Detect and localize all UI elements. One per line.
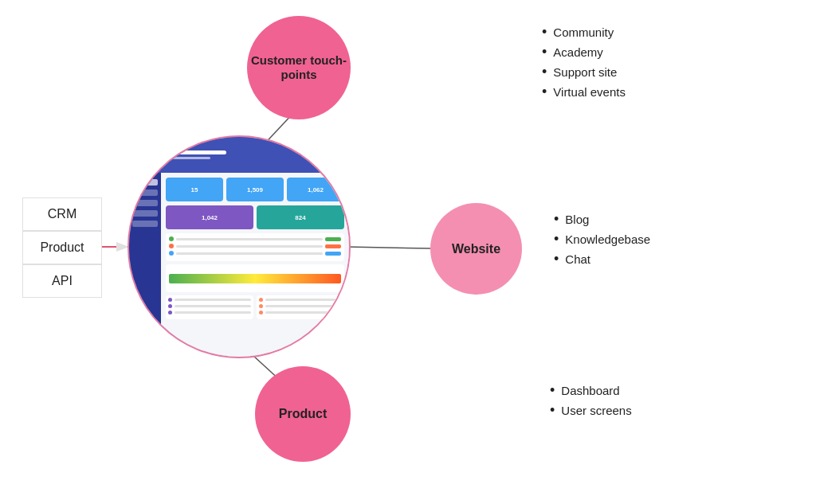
dash-sidebar xyxy=(129,173,161,357)
dash-timeline xyxy=(166,233,344,261)
connectors-svg xyxy=(0,0,816,504)
dash-header xyxy=(129,137,349,173)
bullet-text-support-site: Support site xyxy=(553,65,617,79)
bullet-item-academy: Academy xyxy=(542,44,626,61)
dash-cards-row: 15 1,509 1,062 xyxy=(166,178,344,201)
bullet-text-user-screens: User screens xyxy=(561,404,631,417)
dash-dots xyxy=(316,153,343,158)
left-box-crm-label: CRM xyxy=(48,207,76,221)
bullet-text-knowledgebase: Knowledgebase xyxy=(565,232,650,246)
left-boxes-container: CRM Product API xyxy=(22,197,102,298)
dash-title xyxy=(163,150,312,159)
dashboard-mockup: 15 1,509 1,062 1,042 xyxy=(129,137,349,357)
bullet-text-community: Community xyxy=(553,25,614,39)
bubble-bot-label: Product xyxy=(279,407,327,421)
left-box-api: API xyxy=(22,264,102,298)
dash-card-5: 824 xyxy=(257,205,344,229)
bullet-item-support-site: Support site xyxy=(542,64,626,80)
dash-body: 15 1,509 1,062 1,042 xyxy=(129,173,349,357)
dash-card-4: 1,042 xyxy=(166,205,253,229)
dash-heatmap xyxy=(166,264,344,292)
left-box-crm: CRM xyxy=(22,197,102,231)
left-box-api-label: API xyxy=(52,274,73,288)
bullet-item-chat: Chat xyxy=(554,251,650,268)
dash-avatar xyxy=(135,144,158,166)
bullet-list-product: Dashboard User screens xyxy=(550,382,632,422)
central-dashboard-circle: 15 1,509 1,062 1,042 xyxy=(128,135,351,358)
bullet-item-community: Community xyxy=(542,24,626,41)
bullet-text-academy: Academy xyxy=(553,45,603,59)
bubble-product: Product xyxy=(255,366,351,462)
bubble-customer-touchpoints: Customer touch-points xyxy=(247,16,351,119)
dash-list-1 xyxy=(166,295,253,319)
bullet-text-virtual-events: Virtual events xyxy=(553,85,626,99)
dash-card-2: 1,509 xyxy=(226,178,284,201)
bullet-item-virtual-events: Virtual events xyxy=(542,84,626,100)
left-box-product-label: Product xyxy=(40,240,84,255)
bubble-website: Website xyxy=(430,203,522,295)
left-box-product: Product xyxy=(22,231,102,264)
bullet-text-chat: Chat xyxy=(565,252,590,266)
bullet-text-blog: Blog xyxy=(565,213,589,226)
bullet-item-blog: Blog xyxy=(554,211,650,228)
bullet-item-user-screens: User screens xyxy=(550,402,632,419)
dash-main-content: 15 1,509 1,062 1,042 xyxy=(161,173,349,357)
bubble-top-label: Customer touch-points xyxy=(247,53,351,82)
dash-cards-row2: 1,042 824 xyxy=(166,205,344,229)
dash-list-2 xyxy=(257,295,344,319)
bubble-mid-label: Website xyxy=(452,242,500,256)
diagram-canvas: CRM Product API xyxy=(0,0,816,504)
bullet-item-knowledgebase: Knowledgebase xyxy=(554,231,650,248)
bullet-item-dashboard: Dashboard xyxy=(550,382,632,399)
bullet-list-touchpoints: Community Academy Support site Virtual e… xyxy=(542,24,626,104)
dash-card-1: 15 xyxy=(166,178,223,201)
dash-card-3: 1,062 xyxy=(287,178,344,201)
bullet-list-website: Blog Knowledgebase Chat xyxy=(554,211,650,271)
bullet-text-dashboard: Dashboard xyxy=(561,384,619,397)
center-to-mid-connector xyxy=(347,247,430,248)
dash-bottom xyxy=(166,295,344,319)
